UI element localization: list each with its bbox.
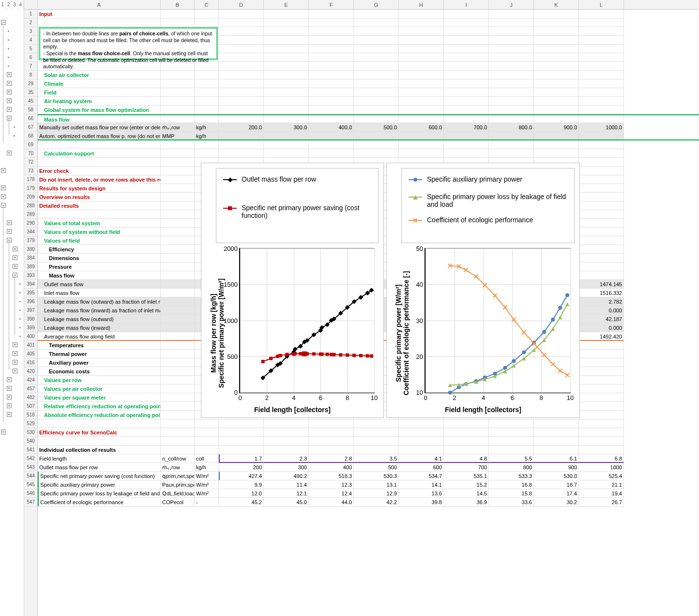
row-header[interactable]: 396 — [24, 297, 37, 306]
outline-toggle[interactable]: + — [13, 360, 17, 365]
row-header[interactable]: 1 — [24, 10, 37, 18]
cell[interactable] — [309, 149, 354, 158]
cell[interactable]: Leakage mass flow (outward) — [38, 315, 161, 323]
cell[interactable]: 2.8 — [309, 454, 354, 463]
cell[interactable] — [161, 306, 195, 315]
cell[interactable] — [195, 106, 219, 114]
cell[interactable] — [579, 175, 624, 184]
cell[interactable] — [309, 140, 354, 149]
cell[interactable] — [219, 36, 264, 45]
cell[interactable]: Specific net primary power saving (cost … — [38, 472, 161, 480]
cell[interactable] — [161, 115, 195, 123]
cell[interactable] — [489, 140, 534, 149]
outline-toggle[interactable]: + — [13, 369, 17, 373]
cell[interactable] — [534, 79, 579, 88]
cell[interactable]: 535.1 — [444, 472, 489, 480]
row-header[interactable]: 73 — [24, 167, 37, 175]
cell[interactable] — [534, 45, 579, 53]
cell[interactable] — [534, 437, 579, 446]
cell[interactable] — [579, 367, 624, 376]
cell[interactable] — [309, 446, 354, 454]
cell[interactable]: Manually set outlet mass flow per row (e… — [38, 123, 161, 132]
cell[interactable] — [309, 36, 354, 45]
cell[interactable] — [354, 79, 399, 88]
cell[interactable] — [195, 10, 219, 18]
cell[interactable] — [161, 210, 195, 219]
cell[interactable] — [161, 358, 195, 367]
row-header[interactable]: 529 — [24, 419, 37, 428]
cell[interactable] — [489, 53, 534, 62]
cell[interactable] — [264, 62, 309, 71]
row-header[interactable]: 288 — [24, 201, 37, 210]
col-header-I[interactable]: I — [444, 0, 489, 9]
cell[interactable] — [489, 88, 534, 97]
cell[interactable] — [161, 411, 195, 419]
cell[interactable]: 42.187 — [579, 315, 624, 323]
cell[interactable] — [264, 71, 309, 79]
cell[interactable] — [161, 219, 195, 228]
cell[interactable] — [219, 132, 264, 139]
cell[interactable] — [444, 79, 489, 88]
cell[interactable] — [354, 106, 399, 114]
cell[interactable] — [264, 27, 309, 36]
cell[interactable] — [354, 62, 399, 71]
cell[interactable] — [579, 149, 624, 158]
cell[interactable] — [534, 27, 579, 36]
cell[interactable]: Leakage mass flow (inward) — [38, 323, 161, 332]
cell[interactable] — [444, 97, 489, 106]
row-header[interactable]: 29 — [24, 79, 37, 88]
cell[interactable] — [579, 62, 624, 71]
cell[interactable] — [489, 62, 534, 71]
row-header[interactable]: 395 — [24, 289, 37, 297]
outline-toggle[interactable]: + — [7, 72, 12, 77]
cell[interactable] — [38, 140, 161, 149]
row-header[interactable]: 380 — [24, 245, 37, 254]
cell[interactable] — [161, 10, 195, 18]
cell[interactable]: 1000.0 — [579, 123, 624, 132]
cell[interactable]: 600.0 — [399, 123, 444, 132]
col-header-C[interactable]: C — [195, 0, 219, 9]
cell[interactable]: Specific primary power loss by leakage o… — [38, 489, 161, 498]
cell[interactable] — [579, 341, 624, 350]
cell[interactable]: Results for system design — [38, 184, 161, 193]
cell[interactable]: 200.0 — [219, 123, 264, 132]
cell[interactable] — [309, 62, 354, 71]
cell[interactable]: - — [195, 498, 219, 507]
outline-toggle[interactable]: + — [7, 90, 12, 94]
cell[interactable] — [161, 323, 195, 332]
row-header[interactable]: 45 — [24, 97, 37, 106]
cell[interactable]: 16.8 — [489, 480, 534, 489]
cell[interactable] — [354, 27, 399, 36]
row-header[interactable]: 8 — [24, 71, 37, 79]
cell[interactable] — [489, 79, 534, 88]
cell[interactable]: 21.1 — [579, 480, 624, 489]
cell[interactable] — [579, 393, 624, 402]
cell[interactable]: Air heating system — [38, 97, 161, 106]
cell[interactable] — [195, 79, 219, 88]
row-header[interactable]: 5 — [24, 45, 37, 53]
chart-mass-flow[interactable]: Outlet mass flow per row Specific net pr… — [201, 163, 384, 418]
cell[interactable]: 33.6 — [489, 498, 534, 507]
cell[interactable]: Values per row — [38, 376, 161, 385]
cell[interactable]: Economic costs — [38, 367, 161, 376]
cell[interactable] — [489, 45, 534, 53]
cell[interactable] — [444, 27, 489, 36]
cell[interactable] — [534, 446, 579, 454]
cell[interactable]: 400.0 — [309, 123, 354, 132]
row-header[interactable]: 344 — [24, 228, 37, 236]
cell[interactable] — [161, 289, 195, 297]
cell[interactable] — [399, 53, 444, 62]
cell[interactable] — [489, 446, 534, 454]
cell[interactable] — [534, 428, 579, 437]
cell[interactable] — [264, 18, 309, 27]
cell[interactable]: 11.4 — [264, 480, 309, 489]
cell[interactable]: 14.5 — [444, 489, 489, 498]
cell[interactable] — [161, 184, 195, 193]
cell[interactable] — [309, 71, 354, 79]
cell[interactable] — [489, 106, 534, 114]
cell[interactable]: Efficiency — [38, 245, 161, 254]
cell[interactable] — [489, 71, 534, 79]
cell[interactable] — [161, 297, 195, 306]
cell[interactable] — [534, 419, 579, 428]
row-header[interactable]: 66 — [24, 114, 37, 123]
